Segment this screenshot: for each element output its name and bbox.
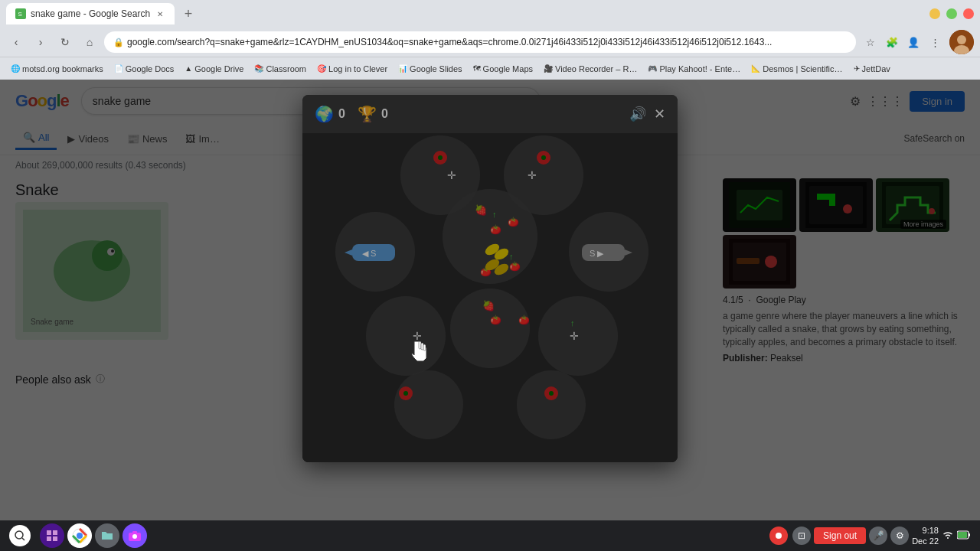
address-bar: ‹ › ↻ ⌂ 🔒 google.com/search?q=snake+game… [0, 28, 980, 57]
svg-text:↑: ↑ [509, 252, 514, 261]
bookmark-video-recorder[interactable]: 🎥 Video Recorder – R… [539, 63, 642, 75]
bookmark-drive[interactable]: ▲ Google Drive [180, 63, 248, 75]
refresh-button[interactable]: ↻ [55, 32, 75, 52]
svg-text:✛: ✛ [413, 330, 422, 342]
url-text: google.com/search?q=snake+game&rlz=1CAYD… [127, 37, 772, 47]
bookmark-classroom[interactable]: 📚 Classroom [250, 63, 311, 75]
bookmark-label: Log in to Clever [328, 64, 387, 73]
taskbar-files-icon[interactable] [95, 523, 119, 548]
sign-out-button[interactable]: Sign out [814, 527, 866, 544]
bookmark-label: Google Docs [126, 64, 175, 73]
trophy-score-value: 0 [381, 107, 388, 121]
taskbar-search-button[interactable] [9, 525, 31, 546]
bookmark-clever[interactable]: 🎯 Log in to Clever [312, 63, 392, 75]
bookmark-icon: 🎥 [544, 64, 553, 73]
settings-taskbar-button[interactable]: ⚙ [890, 527, 909, 545]
svg-text:S ▶: S ▶ [590, 249, 604, 258]
bookmark-slides[interactable]: 📊 Google Slides [394, 63, 467, 75]
taskbar: ⊡ Sign out 🎤 ⚙ 9:18 Dec 22 [0, 520, 980, 551]
battery-icon [957, 530, 971, 542]
svg-rect-76 [47, 530, 51, 535]
bookmark-icon: ▲ [185, 64, 192, 73]
new-tab-button[interactable]: + [178, 3, 199, 24]
wifi-icon [942, 530, 954, 542]
bookmark-label: JettDav [862, 64, 890, 73]
home-button[interactable]: ⌂ [80, 32, 100, 52]
game-header: 🌍 0 🏆 0 🔊 ✕ [302, 95, 678, 133]
forward-button[interactable]: › [31, 32, 51, 52]
svg-text:🍅: 🍅 [518, 314, 530, 325]
screenshot-button[interactable]: ⊡ [792, 527, 811, 545]
svg-text:✛: ✛ [570, 330, 579, 342]
svg-point-74 [15, 531, 23, 539]
trophy-icon: 🏆 [358, 105, 377, 123]
bookmark-icon: 📐 [751, 64, 760, 73]
account-icon[interactable]: 👤 [903, 32, 923, 52]
taskbar-status-icons [942, 530, 971, 542]
profile-picture[interactable] [949, 30, 974, 54]
bookmark-label: Google Drive [194, 64, 243, 73]
sound-button[interactable]: 🔊 [629, 106, 646, 122]
title-bar: S snake game - Google Search ✕ + [0, 0, 980, 28]
svg-point-41 [541, 155, 546, 160]
bookmark-icon: 📚 [254, 64, 263, 73]
bookmark-label: Video Recorder – R… [555, 64, 637, 73]
svg-text:✛: ✛ [447, 169, 456, 181]
bookmark-maps[interactable]: 🗺 Google Maps [469, 63, 537, 75]
svg-point-3 [957, 35, 966, 44]
bookmark-kahoot[interactable]: 🎮 Play Kahoot! - Ente… [643, 63, 745, 75]
taskbar-date: Dec 22 [912, 536, 939, 546]
taskbar-chrome-icon[interactable] [67, 523, 92, 548]
taskbar-enterprise-icon[interactable] [40, 523, 64, 548]
window-controls [929, 8, 974, 19]
svg-point-84 [132, 534, 137, 539]
bookmark-icon: 🎮 [648, 64, 657, 73]
taskbar-camera-icon[interactable] [122, 523, 147, 548]
bookmark-label: Google Maps [483, 64, 533, 73]
bookmark-icon: 🎯 [317, 64, 326, 73]
security-icon: 🔒 [113, 37, 124, 47]
bookmark-jettdav[interactable]: ✈ JettDav [849, 63, 895, 75]
bookmark-icon: 🌐 [11, 64, 20, 73]
svg-point-37 [517, 370, 586, 439]
game-overlay: 🌍 0 🏆 0 🔊 ✕ [0, 80, 980, 520]
apple-score-value: 0 [338, 107, 345, 121]
more-menu-icon[interactable]: ⋮ [925, 32, 945, 52]
minimize-button[interactable] [929, 8, 940, 19]
back-button[interactable]: ‹ [6, 32, 26, 52]
svg-point-43 [403, 391, 408, 396]
taskbar-time: 9:18 [912, 525, 939, 536]
bookmark-icon: 📊 [398, 64, 407, 73]
score-apples: 🌍 0 [315, 105, 345, 123]
active-tab[interactable]: S snake game - Google Search ✕ [6, 3, 175, 24]
svg-text:🍅: 🍅 [509, 260, 521, 272]
maximize-button[interactable] [946, 8, 957, 19]
tab-title: snake game - Google Search [31, 8, 150, 19]
bookmark-label: Google Slides [410, 64, 462, 73]
bookmark-icon: ✈ [854, 64, 860, 73]
bookmark-star-icon[interactable]: ☆ [861, 32, 880, 52]
close-game-button[interactable]: ✕ [654, 106, 665, 122]
taskbar-datetime: 9:18 Dec 22 [912, 525, 939, 547]
bookmark-motsd[interactable]: 🌐 motsd.org bookmarks [6, 63, 108, 75]
svg-rect-79 [53, 536, 57, 541]
svg-point-36 [394, 370, 463, 439]
svg-text:✛: ✛ [528, 169, 537, 181]
extensions-icon[interactable]: 🧩 [882, 32, 902, 52]
svg-text:↑: ↑ [492, 210, 497, 219]
bookmark-docs[interactable]: 📄 Google Docs [109, 63, 179, 75]
bookmark-desmos[interactable]: 📐 Desmos | Scientific… [746, 63, 847, 75]
game-container[interactable]: 🌍 0 🏆 0 🔊 ✕ [302, 95, 678, 462]
mic-button[interactable]: 🎤 [869, 527, 887, 545]
close-window-button[interactable] [963, 8, 974, 19]
svg-rect-85 [132, 531, 137, 533]
svg-text:🍅: 🍅 [508, 216, 519, 227]
svg-rect-88 [969, 533, 970, 536]
score-trophy: 🏆 0 [358, 105, 388, 123]
game-board[interactable]: ✛ ✛ ✛ ✛ 🍓 🍓 🍅 🍅 🍅 🍅 🍅 🍅 [302, 133, 678, 462]
svg-point-33 [366, 296, 446, 376]
tab-close-button[interactable]: ✕ [155, 8, 165, 19]
url-bar[interactable]: 🔒 google.com/search?q=snake+game&rlz=1CA… [104, 31, 856, 53]
record-button[interactable] [769, 527, 788, 545]
bookmark-icon: 📄 [114, 64, 123, 73]
